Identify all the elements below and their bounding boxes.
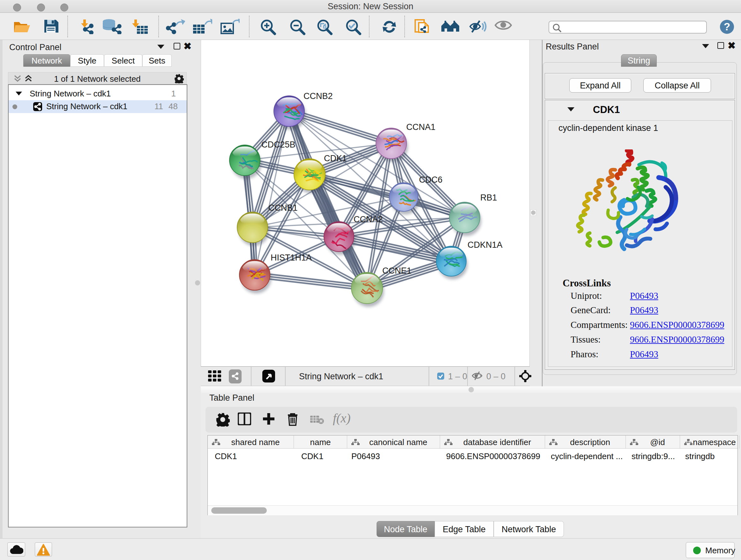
svg-text:CDC6: CDC6 bbox=[419, 175, 443, 185]
svg-text:HIST1H1A: HIST1H1A bbox=[271, 253, 312, 262]
svg-text:CDC25B: CDC25B bbox=[261, 140, 295, 149]
svg-text:CDKN1A: CDKN1A bbox=[468, 240, 502, 250]
svg-text:CCNE1: CCNE1 bbox=[382, 266, 412, 275]
svg-text:CDK1: CDK1 bbox=[324, 153, 347, 163]
svg-text:CCNB2: CCNB2 bbox=[304, 91, 333, 101]
svg-text:CCNA1: CCNA1 bbox=[406, 122, 435, 132]
svg-text:CCNB1: CCNB1 bbox=[268, 203, 298, 212]
svg-text:RB1: RB1 bbox=[480, 193, 497, 202]
svg-text:CCNA2: CCNA2 bbox=[354, 214, 383, 224]
